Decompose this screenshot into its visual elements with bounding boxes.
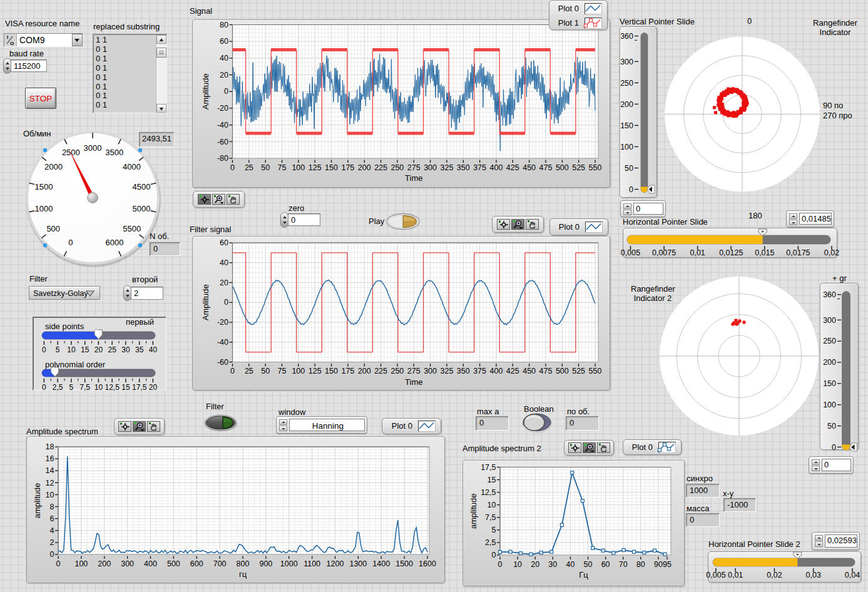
window-combo[interactable]: Hanning [276, 416, 367, 434]
svg-text:40: 40 [149, 345, 158, 354]
svg-text:150: 150 [325, 163, 338, 172]
window-combo-spinner[interactable] [279, 419, 287, 432]
spectrum2-chart-legend[interactable]: Plot 0 [623, 439, 682, 455]
spin-up-button[interactable] [812, 459, 820, 465]
spin-up-button[interactable] [789, 213, 797, 219]
polynomial-order-slider[interactable]: 02,557,51012,51517,520 [33, 367, 166, 396]
svg-text:14: 14 [46, 466, 54, 475]
palette-pan-button[interactable] [526, 219, 539, 230]
spin-up-button[interactable] [815, 535, 823, 541]
gr-value-spinner[interactable] [812, 459, 820, 472]
signal-chart[interactable]: 0255075100125150175200225250275300325350… [192, 19, 609, 186]
side-points-slider[interactable]: 0510152025303540 [33, 329, 166, 358]
spectrum2-chart[interactable]: 01020304050607080909502,557,51012,51517,… [462, 460, 683, 585]
spin-up-button[interactable] [623, 203, 631, 209]
palette-zoom-button[interactable] [583, 442, 596, 453]
gr-value-field[interactable]: 0 [822, 459, 851, 471]
hslide-value-field[interactable]: 0,014853 [799, 213, 832, 225]
listbox-item[interactable]: 0 1 [96, 83, 156, 92]
io-icon: IO [4, 34, 17, 46]
spectrum-graph-palette[interactable] [114, 418, 165, 435]
horizontal-pointer-slide-scale[interactable]: 0,0050,00750,010,01250,0150,01750,02 [623, 228, 836, 257]
spin-down-icon[interactable] [279, 426, 287, 431]
filter-led-toggle[interactable] [204, 414, 238, 432]
hslide-value-spinner[interactable] [789, 213, 797, 226]
spin-down-button[interactable] [812, 466, 820, 471]
palette-zoom-button[interactable] [133, 421, 146, 432]
palette-pan-button[interactable] [147, 421, 160, 432]
visa-combo-dropdown-button[interactable] [72, 34, 83, 46]
baud-rate-field[interactable]: 115200 [11, 59, 47, 72]
svg-text:25: 25 [245, 367, 253, 375]
listbox-item[interactable]: 1 1 [96, 36, 156, 45]
vertical-pointer-slide-scale[interactable]: 360300250200150100500 [620, 26, 656, 196]
signal-graph-palette[interactable] [193, 191, 245, 208]
replaced-substring-listbox[interactable]: 1 10 10 10 10 10 10 10 1 [93, 34, 167, 113]
listbox-item[interactable]: 0 1 [96, 64, 156, 73]
svg-text:6000: 6000 [106, 238, 124, 247]
filter-signal-graph-palette[interactable] [492, 216, 544, 233]
filter-signal-chart[interactable]: 0255075100125150175200225250275300325350… [192, 236, 609, 389]
palette-zoom-button[interactable] [212, 194, 225, 205]
svg-text:350: 350 [457, 163, 470, 172]
palette-zoom-button[interactable] [511, 219, 524, 230]
listbox-item[interactable]: 0 1 [96, 101, 156, 110]
scrollbar-thumb[interactable] [156, 48, 166, 58]
listbox-item[interactable]: 0 1 [96, 91, 156, 101]
spin-down-button[interactable] [815, 541, 823, 547]
listbox-item[interactable]: 0 1 [96, 45, 156, 54]
filter-select-dropdown[interactable]: Savetzky-Golay [29, 286, 100, 300]
rpm-gauge[interactable]: 0500100015002000250030003500400045005000… [21, 126, 165, 270]
svg-text:125: 125 [309, 163, 322, 172]
scrollbar-up-button[interactable] [156, 35, 166, 44]
spectrum-chart[interactable]: 0100200300400500600700800900100011001200… [26, 436, 444, 582]
spin-down-button[interactable] [623, 210, 631, 215]
scrollbar-down-button[interactable] [156, 104, 166, 113]
spin-down-button[interactable] [789, 220, 797, 225]
legend-entry[interactable]: Plot 0 [382, 419, 441, 433]
stop-button[interactable]: STOP [25, 88, 56, 109]
svg-text:200: 200 [823, 358, 836, 367]
svg-text:17,5: 17,5 [132, 383, 147, 392]
spectrum-chart-legend[interactable]: Plot 0 [382, 418, 441, 434]
signal-chart-legend[interactable]: Plot 0Plot 1 [549, 0, 608, 30]
spectrum2-graph-palette[interactable] [564, 440, 614, 456]
horizontal-pointer-slide2-scale[interactable]: 0,0050,010,020,030,04 [708, 551, 860, 581]
palette-crosshair-button[interactable] [568, 442, 581, 453]
vtoroy-field[interactable]: 2 [131, 287, 163, 300]
gr-vertical-slide-scale[interactable]: 360300250200150100500 [820, 283, 857, 449]
legend-entry[interactable]: Plot 0 [623, 440, 681, 454]
vslide-value-spinner[interactable] [623, 203, 631, 216]
zero-field[interactable]: 0 [288, 213, 320, 226]
listbox-item[interactable]: 0 1 [96, 54, 156, 64]
legend-entry[interactable]: Plot 0 [550, 220, 608, 234]
svg-text:40: 40 [220, 54, 228, 63]
horizontal-slide-value-box[interactable]: 0,014853 [786, 210, 834, 227]
palette-crosshair-button[interactable] [198, 194, 211, 205]
hslide2-value-field[interactable]: 0,025936 [825, 534, 857, 548]
listbox-item[interactable]: 0 1 [96, 73, 156, 83]
play-toggle[interactable] [386, 213, 420, 230]
svg-text:10: 10 [67, 345, 76, 354]
svg-text:4500: 4500 [132, 182, 150, 191]
vertical-slide-value-box[interactable]: 0 [620, 200, 666, 217]
boolean-toggle[interactable] [522, 412, 552, 433]
legend-entry[interactable]: Plot 0 [549, 1, 607, 16]
legend-entry[interactable]: Plot 1 [549, 16, 607, 30]
gr-slide-value-box[interactable]: 0 [809, 456, 854, 474]
palette-pan-button[interactable] [597, 442, 610, 453]
filter-signal-chart-legend[interactable]: Plot 0 [549, 218, 608, 235]
visa-resource-combo[interactable]: IO COM9 [4, 33, 83, 47]
listbox-scrollbar[interactable] [156, 35, 166, 113]
po-ob-label: по об. [567, 407, 590, 416]
palette-crosshair-button[interactable] [118, 421, 131, 432]
svg-text:0,02: 0,02 [824, 248, 839, 257]
palette-crosshair-button[interactable] [497, 219, 510, 230]
svg-text:3000: 3000 [84, 143, 102, 153]
palette-pan-button[interactable] [227, 194, 240, 205]
vslide-value-field[interactable]: 0 [633, 203, 663, 215]
spin-up-icon[interactable] [279, 419, 287, 425]
horizontal-slide2-value-box[interactable]: 0,025936 [812, 532, 860, 550]
polar1-top-label: 0 [747, 17, 752, 26]
hslide2-value-spinner[interactable] [815, 535, 823, 548]
